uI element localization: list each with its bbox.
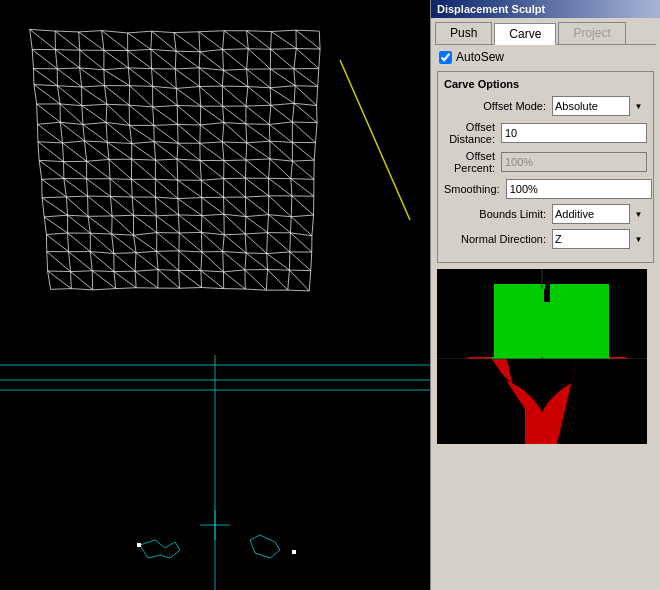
- offset-distance-row: Offset Distance:: [444, 121, 647, 145]
- tab-project: Project: [558, 22, 625, 44]
- carve-options-group: Carve Options Offset Mode: Absolute Rela…: [437, 71, 654, 263]
- 3d-mesh-canvas: [0, 0, 430, 590]
- right-panel: Displacement Sculpt Push Carve Project A…: [430, 0, 660, 590]
- tab-push[interactable]: Push: [435, 22, 492, 44]
- autosew-row: AutoSew: [431, 45, 660, 69]
- normal-direction-label: Normal Direction:: [444, 233, 552, 245]
- offset-mode-select-wrapper: Absolute Relative ▼: [552, 96, 647, 116]
- bounds-limit-select-wrapper: Additive None Subtractive ▼: [552, 204, 647, 224]
- smoothing-label: Smoothing:: [444, 183, 506, 195]
- panel-title: Displacement Sculpt: [437, 3, 545, 15]
- normal-direction-select-wrapper: Z X Y ▼: [552, 229, 647, 249]
- autosew-label: AutoSew: [456, 50, 504, 64]
- viewport[interactable]: [0, 0, 430, 590]
- carve-options-legend: Carve Options: [444, 78, 647, 90]
- offset-distance-input[interactable]: [501, 123, 647, 143]
- tabs-container: Push Carve Project: [431, 18, 660, 44]
- title-bar: Displacement Sculpt: [431, 0, 660, 18]
- bounds-limit-label: Bounds Limit:: [444, 208, 552, 220]
- offset-mode-row: Offset Mode: Absolute Relative ▼: [444, 96, 647, 116]
- tab-carve[interactable]: Carve: [494, 23, 556, 45]
- offset-distance-label: Offset Distance:: [444, 121, 501, 145]
- normal-preview-canvas: [437, 269, 647, 444]
- smoothing-input[interactable]: [506, 179, 652, 199]
- offset-percent-row: Offset Percent:: [444, 150, 647, 174]
- offset-mode-select[interactable]: Absolute Relative: [552, 96, 647, 116]
- normal-direction-row: Normal Direction: Z X Y ▼: [444, 229, 647, 249]
- normal-direction-select[interactable]: Z X Y: [552, 229, 647, 249]
- normal-direction-preview: [437, 269, 647, 444]
- offset-percent-input: [501, 152, 647, 172]
- smoothing-row: Smoothing:: [444, 179, 647, 199]
- bounds-limit-row: Bounds Limit: Additive None Subtractive …: [444, 204, 647, 224]
- bounds-limit-select[interactable]: Additive None Subtractive: [552, 204, 647, 224]
- offset-percent-label: Offset Percent:: [444, 150, 501, 174]
- autosew-checkbox[interactable]: [439, 51, 452, 64]
- offset-mode-label: Offset Mode:: [444, 100, 552, 112]
